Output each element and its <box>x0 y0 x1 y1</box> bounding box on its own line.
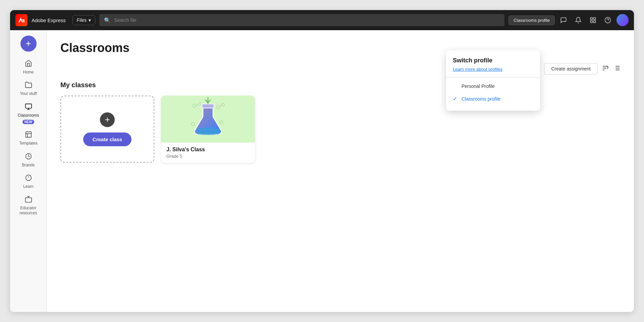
search-bar: 🔍 <box>99 14 504 26</box>
sidebar: + Home Your stuff Classrooms NEW <box>10 30 47 312</box>
sidebar-item-brands-label: Brands <box>22 163 35 167</box>
sidebar-item-learn-label: Learn <box>23 184 34 189</box>
main-layout: + Home Your stuff Classrooms NEW <box>10 30 634 312</box>
topnav: Adobe Express Files ▾ 🔍 Classrooms profi… <box>10 10 634 30</box>
templates-icon <box>25 131 32 140</box>
create-class-card[interactable]: + Create class <box>60 96 154 163</box>
sidebar-item-home-label: Home <box>23 70 34 74</box>
svg-rect-7 <box>25 132 31 138</box>
personal-profile-label: Personal Profile <box>462 84 495 89</box>
chevron-down-icon: ▾ <box>89 17 91 23</box>
svg-rect-12 <box>25 198 31 203</box>
sidebar-item-your-stuff[interactable]: Your stuff <box>13 78 44 99</box>
learn-more-link[interactable]: Learn more about profiles <box>446 67 540 77</box>
sidebar-item-templates-label: Templates <box>19 141 38 146</box>
list-icon[interactable] <box>613 64 621 73</box>
learn-icon <box>25 174 32 183</box>
svg-rect-0 <box>591 18 593 20</box>
class-name: J. Silva's Class <box>166 147 250 153</box>
svg-rect-30 <box>202 104 214 108</box>
class-card-j-silva[interactable]: J. Silva's Class Grade 5 <box>161 96 255 163</box>
classrooms-profile-button[interactable]: Classrooms profile <box>508 15 555 25</box>
switch-profile-title: Switch profile <box>446 57 540 67</box>
sidebar-item-learn[interactable]: Learn <box>13 171 44 192</box>
content-area: Classrooms Create assignment My classes … <box>47 30 634 312</box>
search-input[interactable] <box>114 17 500 23</box>
svg-line-24 <box>196 104 198 106</box>
add-button[interactable]: + <box>20 36 37 52</box>
adobe-logo <box>15 14 28 26</box>
classrooms-icon <box>25 103 32 112</box>
svg-point-29 <box>220 121 223 124</box>
sidebar-item-brands[interactable]: Brands <box>13 150 44 170</box>
sidebar-item-templates[interactable]: Templates <box>13 128 44 148</box>
sidebar-item-educator-label: Educator resources <box>15 206 42 215</box>
brands-icon <box>25 153 32 161</box>
sidebar-item-classrooms[interactable]: Classrooms NEW <box>13 100 44 127</box>
svg-point-28 <box>191 122 195 126</box>
svg-rect-3 <box>594 21 596 23</box>
avatar[interactable] <box>616 14 629 26</box>
educator-icon <box>25 196 32 204</box>
search-icon: 🔍 <box>104 17 111 23</box>
sidebar-item-classrooms-label: Classrooms <box>18 113 39 118</box>
classrooms-profile-option[interactable]: ✓ Classrooms profile <box>446 92 540 105</box>
help-icon-button[interactable] <box>602 14 614 26</box>
check-icon: ✓ <box>453 96 458 102</box>
create-class-button[interactable]: Create class <box>83 132 131 146</box>
plus-circle-icon: + <box>100 112 115 127</box>
files-dropdown[interactable]: Files ▾ <box>72 15 96 25</box>
class-card-info: J. Silva's Class Grade 5 <box>161 143 255 163</box>
folder-icon <box>25 81 32 90</box>
sidebar-item-home[interactable]: Home <box>13 57 44 77</box>
class-card-image <box>161 96 255 143</box>
app-name: Adobe Express <box>32 17 66 23</box>
sidebar-item-educator[interactable]: Educator resources <box>13 193 44 218</box>
personal-profile-option[interactable]: Personal Profile <box>446 80 540 92</box>
bell-icon-button[interactable] <box>572 14 584 26</box>
sidebar-item-your-stuff-label: Your stuff <box>20 91 37 96</box>
apps-icon-button[interactable] <box>587 14 599 26</box>
sort-icon[interactable] <box>602 64 609 73</box>
svg-point-22 <box>193 104 196 107</box>
comment-icon-button[interactable] <box>557 14 570 26</box>
create-assignment-button[interactable]: Create assignment <box>544 63 598 74</box>
svg-point-26 <box>222 103 224 106</box>
svg-point-23 <box>198 103 201 105</box>
switch-profile-dropdown: Switch profile Learn more about profiles… <box>446 50 540 111</box>
home-icon <box>25 60 32 68</box>
new-badge: NEW <box>22 120 34 124</box>
svg-point-25 <box>216 106 220 109</box>
nav-right: Classrooms profile <box>508 14 629 26</box>
svg-line-27 <box>220 105 222 107</box>
class-grade: Grade 5 <box>166 154 250 159</box>
svg-rect-2 <box>591 21 593 23</box>
svg-rect-1 <box>594 18 596 20</box>
classrooms-profile-label: Classrooms profile <box>462 96 500 102</box>
profile-divider <box>446 77 540 77</box>
svg-rect-6 <box>25 104 31 108</box>
